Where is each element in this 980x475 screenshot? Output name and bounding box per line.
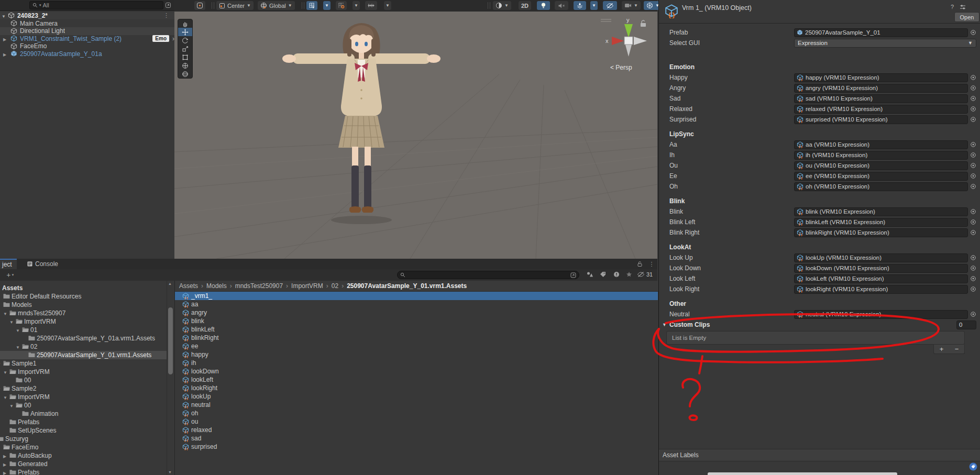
tree-item-importvrm[interactable]: ▼ImportVRM bbox=[0, 317, 167, 326]
search-in-window-icon[interactable] bbox=[570, 272, 576, 278]
tab-project[interactable]: ject bbox=[0, 259, 17, 269]
kebab-menu-icon[interactable]: ⋮ bbox=[647, 260, 656, 268]
asset-item-ih[interactable]: {}ih bbox=[175, 359, 658, 367]
add-clip-button[interactable]: + bbox=[940, 345, 944, 353]
tree-item-00[interactable]: ▼00 bbox=[0, 401, 167, 410]
scroll-down-icon[interactable]: ▼ bbox=[168, 470, 172, 474]
foldout-arrow-icon[interactable]: ▼ bbox=[3, 310, 7, 317]
draw-mode-dropdown[interactable]: ▼ bbox=[493, 1, 511, 10]
foldout-arrow-icon[interactable]: ▶ bbox=[3, 452, 6, 459]
tree-item-250907avatarsample-y-01a-vrm1-assets[interactable]: 250907AvatarSample_Y_01a.vrm1.Assets bbox=[0, 334, 167, 343]
asset-item-blink[interactable]: {}blink bbox=[175, 317, 658, 325]
breadcrumb-segment[interactable]: mndsTest250907 bbox=[235, 282, 283, 290]
asset-item-aa[interactable]: {}aa bbox=[175, 300, 658, 308]
tree-item-01[interactable]: ▼01 bbox=[0, 326, 167, 334]
scroll-up-icon[interactable]: ▲ bbox=[168, 282, 172, 285]
asset-item-lookright[interactable]: {}lookRight bbox=[175, 384, 658, 392]
foldout-arrow-icon[interactable]: ▼ bbox=[9, 402, 14, 409]
foldout-arrow-icon[interactable]: ▼ bbox=[0, 12, 6, 19]
hierarchy-item-vrm1-constraint-twist-sample-2-[interactable]: ▶VRM1_Constraint_Twist_Sample (2)Emo› bbox=[0, 35, 174, 42]
hierarchy-pick-window-icon[interactable] bbox=[164, 2, 172, 9]
scrollbar-thumb[interactable] bbox=[168, 307, 173, 374]
foldout-arrow-icon[interactable]: ▼ bbox=[662, 322, 669, 327]
asset-item-angry[interactable]: {}angry bbox=[175, 308, 658, 317]
foldout-arrow-icon[interactable]: ▼ bbox=[3, 393, 7, 401]
asset-item-lookup[interactable]: {}lookUp bbox=[175, 392, 658, 401]
grid-snap-y-toggle[interactable]: Y bbox=[306, 1, 317, 10]
hierarchy-search-input[interactable]: ▾ All bbox=[29, 1, 163, 9]
expression-object-field[interactable]: {}ou (VRM10 Expression) bbox=[794, 161, 968, 170]
scene-viewport[interactable]: y x < Persp bbox=[174, 12, 657, 259]
2d-mode-toggle[interactable]: 2D bbox=[519, 1, 531, 10]
tree-item-editor-default-resources[interactable]: Editor Default Resources bbox=[0, 292, 167, 301]
scene-visibility-toggle[interactable] bbox=[603, 1, 617, 10]
transform-tool-button[interactable] bbox=[178, 61, 192, 70]
foldout-arrow-icon[interactable]: ▼ bbox=[16, 343, 20, 350]
lock-icon[interactable] bbox=[635, 260, 644, 268]
expression-object-field[interactable]: {}surprised (VRM10 Expression) bbox=[794, 115, 968, 124]
tree-item-models[interactable]: Models bbox=[0, 301, 167, 309]
orientation-dropdown[interactable]: Global ▼ bbox=[258, 1, 295, 10]
foldout-arrow-icon[interactable]: ▶ bbox=[1, 35, 8, 42]
scene-effects-caret[interactable]: ▼ bbox=[590, 1, 598, 10]
asset-item-ee[interactable]: {}ee bbox=[175, 342, 658, 350]
hierarchy-scene-row[interactable]: ▼240823_2*⋮ bbox=[0, 12, 174, 19]
tree-item-animation[interactable]: Animation bbox=[0, 410, 167, 418]
breadcrumb-segment[interactable]: ImportVRM bbox=[291, 282, 323, 290]
search-by-label-icon[interactable] bbox=[597, 271, 609, 278]
tree-item-assets[interactable]: Assets bbox=[0, 284, 167, 292]
expression-object-field[interactable]: {}blinkLeft (VRM10 Expression) bbox=[794, 218, 968, 227]
hierarchy-item-250907avatarsample-y-01a[interactable]: ▶250907AvatarSample_Y_01a bbox=[0, 50, 174, 58]
tree-item-00[interactable]: 00 bbox=[0, 376, 167, 384]
remove-clip-button[interactable]: − bbox=[955, 345, 959, 353]
presets-icon[interactable] bbox=[959, 3, 967, 10]
object-picker-icon[interactable] bbox=[970, 183, 976, 190]
object-picker-icon[interactable] bbox=[970, 116, 976, 123]
rect-tool-button[interactable] bbox=[178, 53, 192, 61]
object-picker-icon[interactable] bbox=[970, 229, 976, 236]
object-picker-icon[interactable] bbox=[970, 85, 976, 91]
object-picker-icon[interactable] bbox=[970, 255, 976, 261]
project-search-input[interactable] bbox=[397, 271, 579, 279]
tree-item-mndstest250907[interactable]: ▼mndsTest250907 bbox=[0, 309, 167, 317]
kebab-menu-icon[interactable]: ⋮ bbox=[163, 12, 169, 19]
orientation-gizmo[interactable]: y x bbox=[604, 16, 656, 65]
foldout-arrow-icon[interactable]: ▼ bbox=[9, 318, 14, 325]
asset-item-lookleft[interactable]: {}lookLeft bbox=[175, 375, 658, 384]
favorites-star-icon[interactable] bbox=[623, 271, 635, 278]
asset-item-ou[interactable]: {}ou bbox=[175, 417, 658, 426]
breadcrumb-segment[interactable]: Models bbox=[206, 282, 227, 290]
perspective-label[interactable]: < Persp bbox=[610, 64, 657, 71]
expression-object-field[interactable]: {}ee (VRM10 Expression) bbox=[794, 172, 968, 181]
object-picker-icon[interactable] bbox=[970, 311, 976, 317]
create-add-button[interactable]: ＋▾ bbox=[3, 271, 16, 279]
expression-object-field[interactable]: {}relaxed (VRM10 Expression) bbox=[794, 105, 968, 114]
tree-item-autobackup[interactable]: ▶AutoBackup bbox=[0, 451, 167, 460]
expression-object-field[interactable]: {}blink (VRM10 Expression) bbox=[794, 207, 968, 216]
expression-object-field[interactable]: {}angry (VRM10 Expression) bbox=[794, 84, 968, 93]
object-picker-icon[interactable] bbox=[970, 74, 976, 81]
open-button[interactable]: Open bbox=[954, 12, 979, 22]
tree-item-sample1[interactable]: ▼Sample1 bbox=[0, 359, 167, 368]
rotate-tool-button[interactable] bbox=[178, 36, 192, 45]
tree-item-prefabs[interactable]: Prefabs bbox=[0, 418, 167, 426]
object-picker-icon[interactable] bbox=[970, 141, 976, 148]
asset-item-blinkleft[interactable]: {}blinkLeft bbox=[175, 325, 658, 334]
expression-object-field[interactable]: {}lookDown (VRM10 Expression) bbox=[794, 264, 968, 273]
custom-clips-row[interactable]: ▼ Custom Clips 0 bbox=[659, 319, 980, 330]
tab-console[interactable]: Console bbox=[22, 259, 63, 269]
foldout-arrow-icon[interactable]: ▼ bbox=[0, 360, 1, 367]
emo-badge[interactable]: Emo bbox=[152, 35, 169, 42]
object-picker-icon[interactable] bbox=[970, 173, 976, 179]
grid-snapping-caret[interactable]: ▼ bbox=[353, 1, 360, 10]
tree-item-importvrm[interactable]: ▼ImportVRM bbox=[0, 368, 167, 376]
asset-item-lookdown[interactable]: {}lookDown bbox=[175, 367, 658, 375]
asset-item--vrm1-[interactable]: {}_vrm1_ bbox=[175, 292, 658, 300]
grid-snap-y-caret[interactable]: ▼ bbox=[323, 1, 331, 10]
custom-clips-size-field[interactable]: 0 bbox=[956, 321, 976, 329]
tree-item-250907avatarsample-y-01-vrm1-assets[interactable]: 250907AvatarSample_Y_01.vrm1.Assets bbox=[0, 351, 167, 359]
tree-item-02[interactable]: ▼02 bbox=[0, 343, 167, 351]
grid-snapping-button[interactable] bbox=[336, 1, 347, 10]
object-picker-icon[interactable] bbox=[970, 208, 976, 215]
custom-tool-button[interactable] bbox=[178, 70, 192, 78]
